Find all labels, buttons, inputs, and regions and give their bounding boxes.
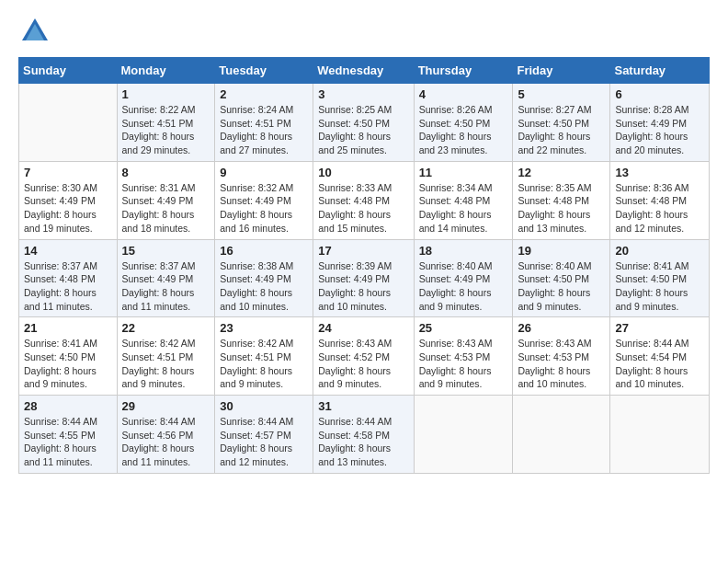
sunset: Sunset: 4:57 PM [220,429,308,442]
logo [18,15,55,48]
daylight-line1: Daylight: 8 hours [220,130,308,144]
day-number: 23 [220,321,308,335]
sunset: Sunset: 4:49 PM [318,272,408,286]
day-number: 21 [24,321,112,335]
day-info: Sunrise: 8:41 AMSunset: 4:50 PMDaylight:… [615,259,704,314]
daylight-line2: and 12 minutes. [615,222,704,236]
sunset: Sunset: 4:51 PM [122,350,210,364]
sunset: Sunset: 4:51 PM [220,117,308,131]
day-cell: 4Sunrise: 8:26 AMSunset: 4:50 PMDaylight… [414,84,513,162]
day-info: Sunrise: 8:40 AMSunset: 4:50 PMDaylight:… [518,259,605,314]
daylight-line1: Daylight: 8 hours [318,208,408,222]
sunrise: Sunrise: 8:44 AM [24,415,112,429]
day-number: 13 [615,166,704,179]
day-cell: 23Sunrise: 8:42 AMSunset: 4:51 PMDayligh… [215,317,313,396]
week-row-4: 28Sunrise: 8:44 AMSunset: 4:55 PMDayligh… [19,396,710,474]
daylight-line2: and 9 minutes. [615,300,704,314]
day-number: 3 [318,87,408,101]
sunset: Sunset: 4:50 PM [24,350,112,364]
sunset: Sunset: 4:53 PM [518,350,605,364]
daylight-line1: Daylight: 8 hours [24,364,112,378]
day-number: 22 [122,321,210,335]
sunrise: Sunrise: 8:38 AM [220,259,308,273]
sunrise: Sunrise: 8:43 AM [318,337,408,350]
sunrise: Sunrise: 8:41 AM [24,337,112,350]
sunset: Sunset: 4:54 PM [615,350,704,364]
sunset: Sunset: 4:55 PM [24,429,112,442]
day-number: 16 [220,244,308,258]
daylight-line2: and 16 minutes. [220,222,308,236]
sunrise: Sunrise: 8:44 AM [615,337,704,350]
daylight-line1: Daylight: 8 hours [318,286,408,300]
day-number: 29 [122,399,210,413]
daylight-line1: Daylight: 8 hours [220,286,308,300]
header-row: SundayMondayTuesdayWednesdayThursdayFrid… [19,58,710,84]
sunset: Sunset: 4:51 PM [122,117,210,131]
day-cell: 31Sunrise: 8:44 AMSunset: 4:58 PMDayligh… [313,396,414,474]
day-cell: 9Sunrise: 8:32 AMSunset: 4:49 PMDaylight… [215,161,313,239]
day-number: 8 [122,166,210,179]
daylight-line1: Daylight: 8 hours [615,364,704,378]
daylight-line1: Daylight: 8 hours [518,364,605,378]
day-cell: 12Sunrise: 8:35 AMSunset: 4:48 PMDayligh… [513,161,610,239]
day-info: Sunrise: 8:39 AMSunset: 4:49 PMDaylight:… [318,259,408,314]
sunrise: Sunrise: 8:39 AM [318,259,408,273]
col-header-thursday: Thursday [414,58,513,84]
day-cell: 27Sunrise: 8:44 AMSunset: 4:54 PMDayligh… [610,317,710,396]
day-info: Sunrise: 8:44 AMSunset: 4:56 PMDaylight:… [122,415,210,469]
sunrise: Sunrise: 8:37 AM [122,259,210,273]
day-cell: 20Sunrise: 8:41 AMSunset: 4:50 PMDayligh… [610,239,710,317]
day-info: Sunrise: 8:33 AMSunset: 4:48 PMDaylight:… [318,181,408,236]
day-cell: 30Sunrise: 8:44 AMSunset: 4:57 PMDayligh… [215,396,313,474]
daylight-line1: Daylight: 8 hours [122,442,210,455]
day-cell: 10Sunrise: 8:33 AMSunset: 4:48 PMDayligh… [313,161,414,239]
day-info: Sunrise: 8:34 AMSunset: 4:48 PMDaylight:… [419,181,508,236]
sunset: Sunset: 4:50 PM [318,117,408,131]
sunset: Sunset: 4:56 PM [122,429,210,442]
day-number: 30 [220,399,308,413]
sunrise: Sunrise: 8:43 AM [518,337,605,350]
sunset: Sunset: 4:48 PM [24,272,112,286]
sunrise: Sunrise: 8:33 AM [318,181,408,195]
day-number: 4 [419,87,508,101]
daylight-line2: and 25 minutes. [318,144,408,157]
sunset: Sunset: 4:49 PM [24,194,112,208]
col-header-sunday: Sunday [19,58,118,84]
day-info: Sunrise: 8:25 AMSunset: 4:50 PMDaylight:… [318,103,408,157]
sunrise: Sunrise: 8:35 AM [518,181,605,195]
day-number: 28 [24,399,112,413]
day-cell: 21Sunrise: 8:41 AMSunset: 4:50 PMDayligh… [19,317,118,396]
day-cell: 19Sunrise: 8:40 AMSunset: 4:50 PMDayligh… [513,239,610,317]
daylight-line2: and 11 minutes. [24,300,112,314]
day-number: 6 [615,87,704,101]
calendar-table: SundayMondayTuesdayWednesdayThursdayFrid… [18,57,710,474]
week-row-1: 7Sunrise: 8:30 AMSunset: 4:49 PMDaylight… [19,161,710,239]
day-cell [414,396,513,474]
daylight-line2: and 19 minutes. [24,222,112,236]
day-number: 5 [518,87,605,101]
daylight-line2: and 9 minutes. [419,377,508,391]
daylight-line2: and 13 minutes. [518,222,605,236]
day-number: 11 [419,166,508,179]
daylight-line1: Daylight: 8 hours [518,130,605,144]
daylight-line2: and 27 minutes. [220,144,308,157]
daylight-line1: Daylight: 8 hours [318,364,408,378]
day-cell: 11Sunrise: 8:34 AMSunset: 4:48 PMDayligh… [414,161,513,239]
day-number: 9 [220,166,308,179]
daylight-line1: Daylight: 8 hours [220,442,308,455]
daylight-line2: and 9 minutes. [419,300,508,314]
day-cell: 29Sunrise: 8:44 AMSunset: 4:56 PMDayligh… [117,396,215,474]
daylight-line2: and 23 minutes. [419,144,508,157]
daylight-line2: and 9 minutes. [122,377,210,391]
daylight-line2: and 15 minutes. [318,222,408,236]
day-info: Sunrise: 8:43 AMSunset: 4:52 PMDaylight:… [318,337,408,391]
sunset: Sunset: 4:49 PM [615,117,704,131]
day-cell: 17Sunrise: 8:39 AMSunset: 4:49 PMDayligh… [313,239,414,317]
sunrise: Sunrise: 8:44 AM [122,415,210,429]
sunset: Sunset: 4:49 PM [419,272,508,286]
day-cell: 7Sunrise: 8:30 AMSunset: 4:49 PMDaylight… [19,161,118,239]
daylight-line2: and 9 minutes. [518,300,605,314]
daylight-line2: and 10 minutes. [615,377,704,391]
sunrise: Sunrise: 8:41 AM [615,259,704,273]
col-header-tuesday: Tuesday [215,58,313,84]
